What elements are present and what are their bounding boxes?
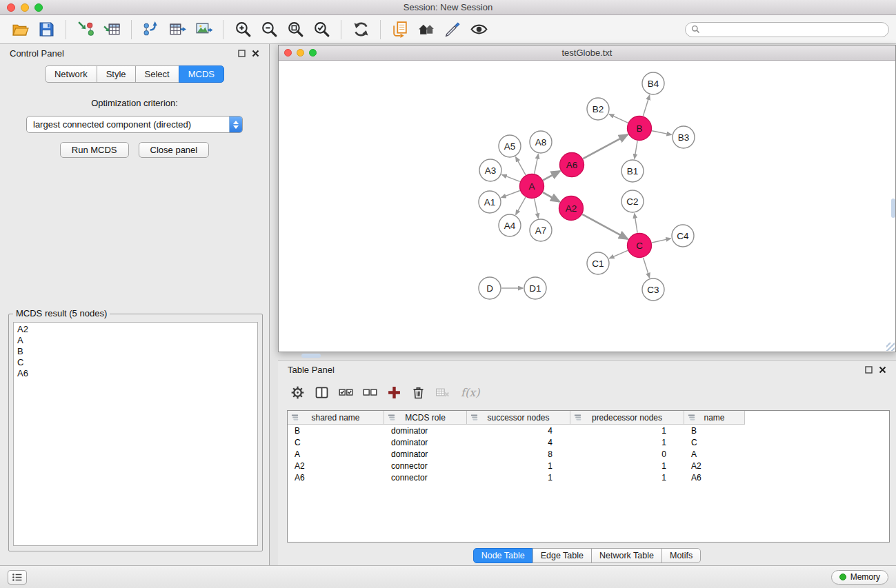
result-item[interactable]: C	[14, 357, 257, 368]
criterion-select[interactable]: largest connected component (directed)	[26, 116, 243, 133]
tab-network[interactable]: Network	[45, 65, 97, 83]
zoom-fit-button[interactable]	[282, 18, 308, 41]
control-panel-close-icon-button[interactable]	[252, 50, 259, 57]
column-header-name[interactable]: name	[684, 411, 745, 425]
edge-B-B3[interactable]	[652, 131, 671, 135]
minimize-window-button[interactable]	[21, 3, 29, 12]
tab-select[interactable]: Select	[135, 65, 179, 83]
zoom-window-button[interactable]	[34, 3, 43, 12]
style-wand-button[interactable]	[439, 18, 466, 41]
node-B1[interactable]: B1	[621, 160, 644, 182]
import-table-button[interactable]	[99, 18, 125, 41]
node-D[interactable]: D	[479, 277, 501, 299]
resize-handle-icon[interactable]	[886, 343, 895, 351]
edge-A-A8[interactable]	[535, 154, 539, 174]
search-input[interactable]	[704, 25, 883, 34]
edge-A-A3[interactable]	[502, 174, 520, 181]
edge-A-A6[interactable]	[543, 171, 560, 180]
export-image-button[interactable]	[190, 18, 217, 41]
column-header-predecessor-nodes[interactable]: predecessor nodes	[570, 411, 684, 425]
table-cell[interactable]: dominator	[384, 426, 467, 436]
network-canvas[interactable]: B4B2BB3A5A8A6A3B1AA1C2A2A4A7C4CC1C3DD1	[279, 61, 895, 352]
table-cell[interactable]: A2	[684, 461, 745, 471]
network-zoom-button[interactable]	[309, 49, 317, 57]
tab-node-table[interactable]: Node Table	[473, 548, 533, 563]
zoom-selected-button[interactable]	[308, 18, 335, 41]
edge-A-A7[interactable]	[535, 199, 539, 218]
network-graph[interactable]: B4B2BB3A5A8A6A3B1AA1C2A2A4A7C4CC1C3DD1	[279, 61, 895, 351]
control-panel-float-button[interactable]	[238, 50, 246, 57]
tab-style[interactable]: Style	[97, 65, 136, 83]
table-cell[interactable]: 1	[570, 438, 684, 447]
table-cell[interactable]: 1	[570, 426, 684, 436]
edge-B-B1[interactable]	[635, 141, 637, 159]
node-A8[interactable]: A8	[530, 131, 552, 153]
table-cell[interactable]: A6	[684, 473, 745, 483]
zoom-in-button[interactable]	[230, 18, 256, 41]
edge-A-A2[interactable]	[543, 192, 559, 201]
result-item[interactable]: A	[14, 335, 257, 346]
export-network-button[interactable]	[138, 18, 164, 41]
edge-C-C1[interactable]	[610, 250, 628, 258]
table-row[interactable]: A2connector11A2	[288, 460, 889, 472]
network-minimize-button[interactable]	[297, 49, 304, 57]
table-cell[interactable]: 4	[467, 426, 570, 436]
result-item[interactable]: B	[14, 346, 257, 357]
table-cell[interactable]: 4	[467, 438, 570, 447]
pane-divider-handle-right[interactable]	[891, 199, 895, 218]
edge-A6-B[interactable]	[583, 134, 628, 159]
result-item[interactable]: A6	[14, 368, 257, 379]
table-panel-float-button[interactable]	[865, 366, 873, 374]
node-A5[interactable]: A5	[499, 135, 521, 157]
export-table-button[interactable]	[164, 18, 190, 41]
search-box[interactable]	[685, 22, 889, 37]
edge-A-A1[interactable]	[501, 191, 520, 198]
gear-button[interactable]	[286, 382, 308, 403]
open-button[interactable]	[7, 18, 33, 41]
edge-A-A5[interactable]	[516, 157, 526, 175]
table-cell[interactable]: B	[684, 426, 745, 436]
table-cell[interactable]: 1	[467, 473, 570, 483]
table-row[interactable]: Bdominator41B	[288, 425, 889, 436]
show-hide-button[interactable]	[466, 18, 492, 41]
node-C4[interactable]: C4	[672, 225, 694, 247]
edge-B-B4[interactable]	[643, 95, 649, 116]
node-C3[interactable]: C3	[642, 278, 664, 301]
table-row[interactable]: A6connector11A6	[288, 472, 889, 483]
edge-C-C3[interactable]	[644, 258, 650, 278]
table-cell[interactable]: A6	[288, 473, 384, 483]
table-cell[interactable]: A2	[288, 461, 384, 471]
node-A4[interactable]: A4	[499, 214, 521, 236]
tab-motifs[interactable]: Motifs	[661, 548, 701, 563]
table-cell[interactable]: A	[288, 449, 384, 459]
node-B2[interactable]: B2	[587, 98, 609, 120]
add-column-button[interactable]	[383, 382, 405, 403]
table-row[interactable]: Adominator80A	[288, 448, 889, 460]
run-mcds-button[interactable]: Run MCDS	[60, 142, 129, 158]
node-A7[interactable]: A7	[530, 219, 552, 241]
node-C1[interactable]: C1	[587, 252, 609, 274]
zoom-out-button[interactable]	[256, 18, 282, 41]
edge-A2-C[interactable]	[582, 214, 628, 239]
node-C2[interactable]: C2	[621, 190, 644, 212]
refresh-button[interactable]	[348, 18, 374, 41]
edge-C-C4[interactable]	[652, 239, 670, 243]
column-header-successor-nodes[interactable]: successor nodes	[467, 411, 570, 425]
node-A6[interactable]: A6	[560, 153, 584, 177]
node-C[interactable]: C	[628, 234, 652, 258]
deselect-all-button[interactable]	[359, 382, 381, 403]
pane-divider-handle-bottom[interactable]	[301, 354, 321, 358]
memory-button[interactable]: Memory	[831, 570, 888, 585]
table-row[interactable]: Cdominator41C	[288, 436, 889, 448]
table-panel-close-icon-button[interactable]	[879, 366, 886, 374]
close-panel-button[interactable]: Close panel	[139, 142, 210, 158]
close-window-button[interactable]	[7, 3, 15, 12]
table-cell[interactable]: 1	[467, 461, 570, 471]
result-item[interactable]: A2	[14, 324, 257, 335]
node-D1[interactable]: D1	[524, 277, 546, 299]
column-header-MCDS-role[interactable]: MCDS role	[384, 411, 467, 425]
node-A2[interactable]: A2	[559, 196, 584, 221]
node-B[interactable]: B	[628, 116, 652, 141]
node-B4[interactable]: B4	[642, 72, 664, 94]
tab-mcds[interactable]: MCDS	[179, 65, 224, 83]
